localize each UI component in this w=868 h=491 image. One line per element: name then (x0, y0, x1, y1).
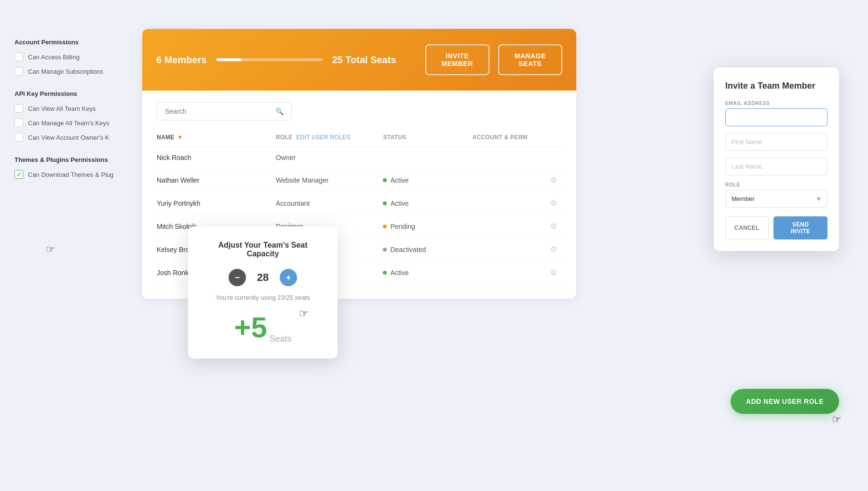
row-actions-4[interactable]: ⚙ (473, 245, 562, 254)
themes-plugins-title: Themes & Plugins Permissions (14, 156, 125, 163)
invite-panel: Invite a Team Member EMAIL ADDRESS ROLE … (714, 67, 839, 251)
search-bar[interactable]: 🔍 (157, 102, 292, 120)
seat-popup-title: Adjust Your Team's Seat Capacity (203, 241, 323, 258)
row-role-1: Website Manager (276, 176, 383, 184)
label-manage-subscriptions: Can Manage Subscriptions (28, 68, 103, 75)
email-input[interactable] (725, 108, 827, 126)
col-name: Name ▼ (157, 134, 276, 141)
checkbox-download-themes-plugins[interactable] (14, 170, 23, 179)
seat-delta-label: Seats (269, 334, 291, 344)
col-role: Role Edit User Roles (276, 134, 383, 141)
sort-arrow-icon[interactable]: ▼ (177, 134, 183, 141)
total-seats: 25 Total Seats (332, 54, 396, 66)
seat-delta-number: +5 (234, 311, 267, 344)
row-actions-1[interactable]: ⚙ (473, 175, 562, 185)
seat-using-text: You're currently using 23/25 seats (203, 294, 323, 301)
first-name-form-group (725, 133, 827, 151)
row-role-2: Accountant (276, 199, 383, 207)
account-permissions-title: Account Permissions (14, 39, 125, 46)
label-access-billing: Can Access Billing (28, 53, 80, 61)
edit-user-roles-link[interactable]: Edit User Roles (296, 134, 350, 141)
seat-delta: +5 Seats (203, 311, 323, 344)
status-dot-active (383, 201, 387, 205)
role-form-group: ROLE Member Admin Owner ▼ (725, 182, 827, 208)
checkbox-access-billing[interactable] (14, 53, 23, 61)
status-dot-pending (383, 225, 387, 228)
row-status-4: Deactivated (383, 246, 472, 253)
row-name-1: Nathan Weller (157, 176, 276, 184)
checkbox-manage-subscriptions[interactable] (14, 67, 23, 76)
permission-view-account-owner-key[interactable]: Can View Account Owner's K (14, 133, 125, 142)
gear-icon[interactable]: ⚙ (550, 268, 557, 277)
row-status-3: Pending (383, 223, 472, 230)
status-dot-active (383, 271, 387, 275)
table-header: Name ▼ Role Edit User Roles Status Accou… (157, 130, 562, 147)
permission-manage-all-team-keys[interactable]: Can Manage All Team's Keys (14, 119, 125, 127)
gear-icon[interactable]: ⚙ (550, 222, 557, 231)
members-count: 6 Members (156, 54, 207, 66)
invite-panel-title: Invite a Team Member (725, 81, 827, 91)
invite-actions: CANCEL SEND INVITE (725, 216, 827, 239)
seats-info: 6 Members 25 Total Seats (156, 54, 396, 66)
permission-can-manage-subscriptions[interactable]: Can Manage Subscriptions (14, 67, 125, 76)
row-role-0: Owner (276, 154, 383, 161)
permission-can-access-billing[interactable]: Can Access Billing (14, 53, 125, 61)
orange-header: 6 Members 25 Total Seats INVITE MEMBER M… (142, 29, 576, 91)
progress-bar-container (217, 58, 323, 61)
row-actions-5[interactable]: ⚙ (473, 268, 562, 277)
row-status-1: Active (383, 176, 472, 184)
checkbox-view-all-team-keys[interactable] (14, 104, 23, 113)
header-buttons: INVITE MEMBER MANAGE SEATS (425, 44, 562, 75)
label-manage-all-team-keys: Can Manage All Team's Keys (28, 119, 109, 127)
api-key-permissions-title: API Key Permissions (14, 90, 125, 97)
first-name-input[interactable] (725, 133, 827, 151)
status-dot-active (383, 178, 387, 182)
row-status-5: Active (383, 269, 472, 277)
table-row: Yuriy Portnykh Accountant Active ⚙ (157, 192, 562, 215)
row-actions-3[interactable]: ⚙ (473, 222, 562, 231)
role-select-wrapper: Member Admin Owner ▼ (725, 190, 827, 208)
search-icon: 🔍 (275, 107, 284, 115)
seat-counter-value: 28 (256, 271, 270, 284)
checkbox-view-account-owner-key[interactable] (14, 133, 23, 142)
gear-icon[interactable]: ⚙ (550, 199, 557, 208)
progress-bar-fill (217, 58, 242, 61)
seat-counter: − 28 + (203, 269, 323, 286)
invite-member-button[interactable]: INVITE MEMBER (425, 44, 489, 75)
checkbox-manage-all-team-keys[interactable] (14, 119, 23, 127)
label-view-all-team-keys: Can View All Team Keys (28, 105, 95, 112)
col-status: Status (383, 134, 472, 141)
table-row: Nathan Weller Website Manager Active ⚙ (157, 169, 562, 192)
gear-icon[interactable]: ⚙ (550, 245, 557, 254)
status-dot-deactivated (383, 248, 387, 252)
increment-seat-button[interactable]: + (280, 269, 297, 286)
label-download-themes-plugins: Can Download Themes & Plug (28, 171, 114, 178)
permission-download-themes-plugins[interactable]: Can Download Themes & Plug (14, 170, 125, 179)
seat-capacity-popup: Adjust Your Team's Seat Capacity − 28 + … (188, 226, 338, 358)
permission-view-all-team-keys[interactable]: Can View All Team Keys (14, 104, 125, 113)
cursor-pointer-icon: ☞ (46, 243, 55, 256)
last-name-form-group (725, 158, 827, 175)
row-status-2: Active (383, 199, 472, 207)
last-name-input[interactable] (725, 158, 827, 175)
row-name-0: Nick Roach (157, 154, 276, 161)
cancel-button[interactable]: CANCEL (725, 216, 769, 239)
role-label: ROLE (725, 182, 827, 187)
gear-icon[interactable]: ⚙ (550, 175, 557, 185)
sidebar: Account Permissions Can Access Billing C… (0, 0, 140, 491)
label-view-account-owner-key: Can View Account Owner's K (28, 134, 109, 141)
role-select[interactable]: Member Admin Owner (725, 190, 827, 208)
manage-seats-button[interactable]: MANAGE SEATS (498, 44, 562, 75)
table-row: Nick Roach Owner (157, 147, 562, 169)
send-invite-button[interactable]: SEND INVITE (773, 216, 827, 239)
col-account-perm: Account & Perm (473, 134, 562, 141)
search-input[interactable] (165, 107, 271, 115)
row-actions-2[interactable]: ⚙ (473, 199, 562, 208)
email-label: EMAIL ADDRESS (725, 101, 827, 106)
add-new-user-role-button[interactable]: ADD NEW USER ROLE (731, 389, 839, 414)
decrement-seat-button[interactable]: − (229, 269, 246, 286)
email-form-group: EMAIL ADDRESS (725, 101, 827, 126)
row-name-2: Yuriy Portnykh (157, 199, 276, 207)
add-role-cursor-icon: ☞ (832, 413, 841, 426)
